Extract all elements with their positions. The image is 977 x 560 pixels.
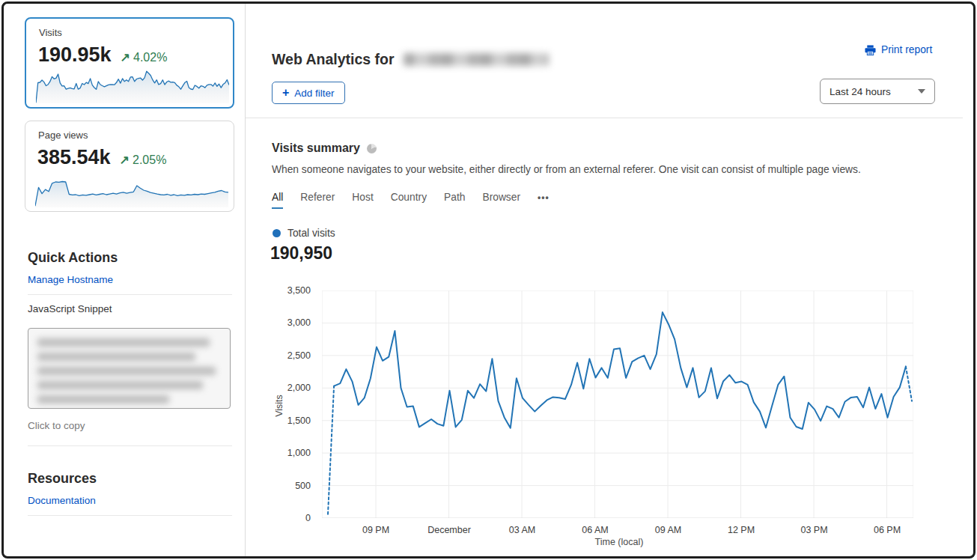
metric-delta-value: 2.05% [133,153,166,167]
arrow-up-right-icon: ↗ [121,50,130,64]
tab-country[interactable]: Country [391,192,427,209]
x-axis-tick: 09 PM [362,525,389,535]
metric-delta: ↗2.05% [120,153,167,167]
redacted-code-line [37,367,216,375]
metric-label: Page views [38,130,88,141]
header-divider [246,118,963,118]
add-filter-button[interactable]: + Add filter [272,82,345,104]
legend-label: Total visits [287,228,335,239]
caret-down-icon [918,89,925,94]
arrow-up-right-icon: ↗ [120,153,130,167]
visits-line-chart [322,290,913,518]
js-snippet-box[interactable] [28,328,231,409]
chart-legend: Total visits [273,228,335,239]
summary-tabs: AllRefererHostCountryPathBrowser••• [272,192,550,209]
time-range-dropdown[interactable]: Last 24 hours [820,79,935,104]
x-axis-tick: 06 AM [582,525,608,535]
print-report-label: Print report [881,44,932,55]
resources-heading: Resources [28,471,97,487]
documentation-link[interactable]: Documentation [28,495,96,506]
divider [28,294,232,295]
visits-summary-description: When someone navigates to your website, … [272,164,861,175]
tabs-overflow-button[interactable]: ••• [538,192,550,209]
plus-icon: + [282,87,289,99]
y-axis-tick: 1,000 [258,448,311,458]
time-range-value: Last 24 hours [830,86,891,97]
visits-sparkline-chart [36,69,229,103]
metric-value-row: 385.54k ↗2.05% [37,146,166,169]
metric-card-page-views[interactable]: Page views 385.54k ↗2.05% [25,121,234,212]
y-axis-tick: 500 [258,481,311,491]
tab-browser[interactable]: Browser [482,192,520,209]
x-axis-tick: 06 PM [874,525,901,535]
divider [28,515,232,516]
javascript-snippet-label: JavaScript Snippet [28,303,112,314]
redacted-code-line [37,353,195,361]
pageviews-sparkline-chart [35,173,228,207]
legend-dot-icon [273,229,281,237]
y-axis-title: Visits [274,395,284,417]
y-axis-tick: 3,500 [258,285,311,296]
page-title-text: Web Analytics for [272,51,395,68]
redacted-code-line [37,395,169,404]
x-axis-title: Time (local) [595,537,644,547]
total-visits-value: 190,950 [270,243,332,264]
metric-value-row: 190.95k ↗4.02% [38,43,167,67]
tab-host[interactable]: Host [352,192,373,209]
metric-delta-value: 4.02% [133,51,167,64]
sidebar-main-divider [245,4,246,556]
y-axis-tick: 0 [258,513,311,523]
tab-path[interactable]: Path [444,192,465,209]
visits-summary-heading: Visits summary [272,141,377,155]
page-title: Web Analytics for [272,51,549,68]
quick-actions-heading: Quick Actions [28,250,118,266]
y-axis-tick: 1,500 [258,416,311,426]
redacted-code-line [37,381,203,389]
x-axis-tick: 03 PM [800,525,827,535]
y-axis-tick: 2,500 [258,350,311,361]
printer-icon [865,45,876,55]
metric-value: 190.95k [38,43,112,67]
x-axis-tick: 12 PM [728,525,755,535]
y-axis-tick: 3,000 [258,317,311,328]
y-axis-tick: 2,000 [258,383,311,393]
divider [28,445,232,446]
metric-card-visits[interactable]: Visits 190.95k ↗4.02% [25,17,234,109]
redacted-domain [404,53,549,66]
x-axis-tick: December [427,525,471,535]
app-window: Visits 190.95k ↗4.02% Page views 385.54k… [1,1,976,559]
print-report-link[interactable]: Print report [865,44,932,55]
x-axis-tick: 09 AM [655,525,681,535]
tab-all[interactable]: All [272,192,283,209]
manage-hostname-link[interactable]: Manage Hostname [28,274,113,285]
click-to-copy-hint: Click to copy [28,420,85,431]
tab-referer[interactable]: Referer [300,192,335,209]
add-filter-label: Add filter [294,88,334,99]
redacted-code-line [37,338,210,347]
x-axis-tick: 03 AM [509,525,535,535]
metric-value: 385.54k [37,146,111,169]
visits-summary-title: Visits summary [272,141,360,155]
pie-icon [367,144,377,153]
metric-label: Visits [39,27,62,38]
metric-delta: ↗4.02% [121,50,168,64]
